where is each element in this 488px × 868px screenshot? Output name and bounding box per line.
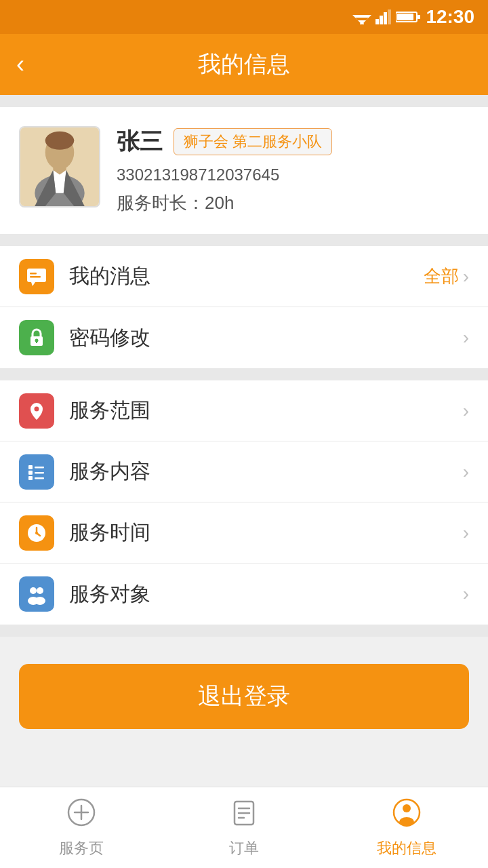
svg-rect-21 [30, 273, 37, 275]
change-password-label: 密码修改 [69, 324, 463, 352]
service-range-label: 服务范围 [69, 397, 463, 425]
message-icon-bg [19, 259, 54, 294]
tab-my-info-label: 我的信息 [377, 838, 436, 859]
chevron-icon-password: › [463, 327, 469, 349]
svg-rect-4 [375, 19, 379, 24]
list-icon-bg [19, 454, 54, 490]
content-spacer [0, 756, 488, 787]
tab-service-page-label: 服务页 [59, 838, 104, 859]
svg-rect-32 [35, 477, 44, 479]
svg-point-51 [399, 817, 414, 827]
people-icon [26, 583, 47, 605]
service-time-right: › [463, 522, 469, 544]
svg-rect-6 [384, 12, 387, 24]
orders-icon [229, 797, 259, 834]
profile-name-row: 张三 狮子会 第二服务小队 [117, 126, 469, 157]
chevron-icon-target: › [463, 583, 469, 605]
menu-item-service-range[interactable]: 服务范围 › [0, 380, 488, 441]
profile-badge: 狮子会 第二服务小队 [174, 128, 332, 155]
service-content-label: 服务内容 [69, 458, 463, 486]
profile-name: 张三 [117, 126, 163, 157]
clock-icon-bg [19, 515, 54, 551]
tab-bar: 服务页 订单 我的信息 [0, 787, 488, 868]
tab-orders-label: 订单 [229, 838, 259, 859]
svg-rect-31 [35, 472, 44, 474]
logout-section: 退出登录 [0, 637, 488, 756]
people-icon-bg [19, 576, 54, 612]
profile-section: 张三 狮子会 第二服务小队 330213198712037645 服务时长：20… [0, 107, 488, 234]
location-icon-bg [19, 393, 54, 429]
tab-orders[interactable]: 订单 [163, 787, 325, 868]
menu-item-service-time[interactable]: 服务时间 › [0, 502, 488, 564]
profile-info: 张三 狮子会 第二服务小队 330213198712037645 服务时长：20… [117, 126, 469, 215]
svg-point-37 [35, 532, 38, 534]
divider-2 [0, 234, 488, 246]
menu-item-service-content[interactable]: 服务内容 › [0, 441, 488, 502]
wifi-icon [352, 9, 371, 24]
lock-icon [26, 327, 47, 349]
battery-icon [396, 10, 420, 24]
svg-rect-10 [397, 14, 413, 20]
my-messages-right-text: 全部 [424, 264, 459, 288]
my-messages-label: 我的消息 [69, 262, 424, 290]
status-bar: 12:30 [0, 0, 488, 34]
list-icon [26, 461, 47, 483]
add-circle-icon [66, 797, 96, 834]
svg-rect-22 [30, 276, 41, 278]
svg-rect-25 [36, 340, 37, 343]
page-title: 我的信息 [198, 49, 290, 80]
menu-section-2: 服务范围 › 服务内容 › [0, 380, 488, 625]
chevron-icon-messages: › [463, 266, 469, 288]
svg-point-41 [35, 597, 45, 605]
chevron-icon-time: › [463, 522, 469, 544]
svg-point-38 [30, 587, 37, 594]
menu-item-change-password[interactable]: 密码修改 › [0, 307, 488, 368]
divider-4 [0, 625, 488, 637]
avatar[interactable] [19, 126, 100, 208]
message-icon [26, 266, 47, 288]
service-range-right: › [463, 400, 469, 422]
svg-rect-27 [28, 465, 33, 469]
lock-icon-bg [19, 320, 54, 355]
my-messages-right: 全部 › [424, 264, 469, 288]
clock-icon [26, 522, 47, 544]
person-icon [392, 797, 422, 834]
svg-point-50 [403, 804, 411, 812]
tab-service-page[interactable]: 服务页 [0, 787, 163, 868]
logout-button[interactable]: 退出登录 [19, 664, 469, 729]
app-header: ‹ 我的信息 [0, 34, 488, 95]
svg-rect-30 [35, 467, 44, 469]
status-time: 12:30 [426, 6, 474, 28]
service-target-right: › [463, 583, 469, 605]
chevron-icon-range: › [463, 400, 469, 422]
menu-section-1: 我的消息 全部 › 密码修改 › [0, 246, 488, 368]
svg-rect-28 [28, 471, 33, 475]
svg-rect-7 [388, 9, 391, 24]
status-icons [352, 9, 420, 24]
menu-item-service-target[interactable]: 服务对象 › [0, 564, 488, 625]
chevron-icon-content: › [463, 461, 469, 483]
svg-point-26 [35, 406, 39, 411]
tab-my-info[interactable]: 我的信息 [325, 787, 488, 868]
signal-icon [375, 9, 392, 24]
service-target-label: 服务对象 [69, 580, 463, 608]
svg-rect-19 [27, 269, 46, 282]
divider-3 [0, 368, 488, 380]
avatar-image [20, 127, 99, 206]
service-content-right: › [463, 461, 469, 483]
location-icon [26, 400, 47, 422]
profile-service-time: 服务时长：20h [117, 191, 469, 215]
menu-item-my-messages[interactable]: 我的消息 全部 › [0, 246, 488, 307]
back-button[interactable]: ‹ [16, 52, 24, 77]
svg-rect-5 [380, 16, 383, 24]
divider-1 [0, 95, 488, 107]
svg-point-39 [37, 587, 43, 594]
profile-id: 330213198712037645 [117, 165, 469, 184]
svg-point-13 [45, 132, 75, 150]
change-password-right: › [463, 327, 469, 349]
svg-marker-20 [31, 282, 35, 286]
svg-rect-9 [418, 15, 420, 19]
svg-rect-29 [28, 476, 33, 480]
service-time-label: 服务时间 [69, 519, 463, 547]
